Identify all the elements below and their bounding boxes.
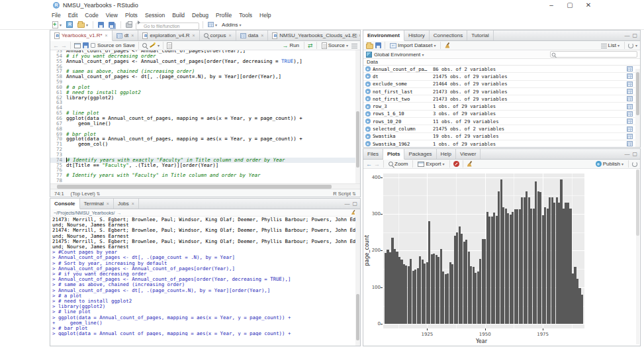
menu-item-session[interactable]: Session	[145, 12, 165, 19]
tab-data[interactable]: data×	[236, 30, 269, 40]
previous-plot-icon[interactable]: ←	[366, 161, 372, 168]
open-in-window-icon[interactable]	[74, 43, 81, 48]
view-table-icon[interactable]	[627, 74, 633, 79]
menu-item-view[interactable]: View	[106, 12, 118, 19]
menu-item-edit[interactable]: Edit	[68, 12, 78, 19]
tab-help[interactable]: Help	[437, 149, 456, 159]
expand-object-icon[interactable]: ▸	[365, 104, 371, 109]
environment-object-row[interactable]: ▸Swastika19 obs. of 29 variables	[363, 133, 640, 140]
scope-selector[interactable]: (Top Level) ⇅	[71, 191, 101, 197]
new-project-button[interactable]	[65, 21, 74, 29]
plots-vertical-scrollbar[interactable]	[636, 170, 639, 344]
close-tab-icon[interactable]: ×	[105, 33, 108, 38]
next-plot-icon[interactable]: →	[374, 161, 380, 168]
document-outline-icon[interactable]	[351, 44, 357, 49]
goto-directory-icon[interactable]: →	[117, 211, 122, 215]
tab-console[interactable]: Console	[50, 199, 80, 209]
close-tab-icon[interactable]: ×	[229, 33, 232, 38]
pane-maximize-icon[interactable]: ▢	[352, 201, 357, 207]
expand-object-icon[interactable]: ▸	[365, 81, 371, 87]
tab-connections[interactable]: Connections	[430, 30, 467, 40]
clear-plots-icon[interactable]	[467, 161, 473, 168]
tab-packages[interactable]: Packages	[404, 149, 436, 159]
tab-plots[interactable]: Plots	[383, 149, 405, 160]
view-table-icon[interactable]	[627, 141, 633, 146]
close-tab-icon[interactable]: ×	[192, 33, 195, 38]
refresh-plot-icon[interactable]	[632, 162, 637, 167]
environment-object-row[interactable]: ▸row_31 obs. of 29 variables	[363, 103, 640, 110]
environment-object-row[interactable]: ▸rows_10_2011 obs. of 29 variables	[363, 118, 640, 125]
tab-jobs[interactable]: Jobs×	[114, 199, 139, 209]
tab-environment[interactable]: Environment	[363, 30, 404, 41]
view-table-icon[interactable]	[627, 111, 633, 117]
environment-object-row[interactable]: ▸not_first_two21473 obs. of 29 variables	[363, 95, 640, 103]
open-file-button[interactable]: ▾	[76, 21, 89, 29]
menu-item-profile[interactable]: Profile	[216, 12, 232, 19]
scrollbar-thumb[interactable]	[636, 72, 639, 115]
view-table-icon[interactable]	[627, 119, 633, 124]
forward-icon[interactable]: →	[61, 42, 67, 49]
back-icon[interactable]: ←	[53, 42, 59, 49]
view-table-icon[interactable]	[627, 96, 633, 101]
menu-item-file[interactable]: File	[52, 12, 61, 19]
source-button[interactable]: Source▾	[320, 41, 349, 50]
new-file-button[interactable]: ▾	[51, 21, 63, 29]
expand-object-icon[interactable]: ▸	[365, 126, 371, 132]
compile-report-icon[interactable]	[167, 42, 172, 49]
editor-horizontal-scrollbar[interactable]	[50, 183, 360, 189]
pane-minimize-icon[interactable]: —	[344, 32, 349, 38]
save-all-button[interactable]	[107, 21, 117, 29]
refresh-icon[interactable]	[628, 43, 633, 48]
environment-vertical-scrollbar[interactable]	[635, 69, 640, 147]
maximize-button[interactable]: ▢	[563, 1, 577, 10]
addins-button[interactable]: Addins▾	[220, 21, 242, 29]
close-button[interactable]: ✕	[581, 1, 596, 10]
tab-viewer[interactable]: Viewer	[456, 149, 481, 159]
view-table-icon[interactable]	[627, 134, 633, 139]
view-table-icon[interactable]	[627, 89, 633, 94]
editor-vertical-scrollbar[interactable]	[355, 50, 360, 183]
import-dataset-button[interactable]: Import Dataset▾	[389, 41, 437, 50]
menu-item-plots[interactable]: Plots	[125, 12, 138, 19]
save-icon[interactable]	[83, 42, 89, 48]
menu-item-debug[interactable]: Debug	[192, 12, 208, 19]
pane-minimize-icon[interactable]: —	[344, 201, 349, 207]
tab-files[interactable]: Files	[363, 149, 383, 159]
pane-maximize-icon[interactable]: ▢	[632, 151, 637, 157]
pane-maximize-icon[interactable]: ▢	[632, 32, 637, 38]
tab-terminal[interactable]: Terminal×	[80, 199, 114, 209]
save-workspace-icon[interactable]	[375, 42, 381, 48]
menu-item-tools[interactable]: Tools	[239, 12, 252, 19]
view-table-icon[interactable]	[627, 81, 633, 87]
view-table-icon[interactable]	[627, 104, 633, 109]
expand-object-icon[interactable]: ▸	[365, 134, 371, 139]
environment-object-row[interactable]: ▸exclude_some21464 obs. of 29 variables	[363, 81, 640, 88]
expand-object-icon[interactable]: ▸	[365, 96, 371, 101]
tab-yearbooks-v1[interactable]: Yearbooks_v1.R*×	[50, 30, 113, 41]
menu-item-code[interactable]: Code	[85, 12, 98, 19]
tab-history[interactable]: History	[404, 30, 430, 40]
rerun-icon[interactable]: ⇄	[308, 42, 313, 49]
close-tab-icon[interactable]: ×	[131, 33, 134, 38]
expand-object-icon[interactable]: ▸	[365, 74, 371, 79]
minimize-button[interactable]: –	[544, 1, 559, 10]
pane-minimize-icon[interactable]: —	[624, 32, 629, 38]
tab-corpus[interactable]: corpus×	[200, 30, 236, 40]
console-vertical-scrollbar[interactable]	[355, 209, 360, 346]
export-button[interactable]: Export▾	[416, 160, 445, 168]
tab-dt[interactable]: dt×	[113, 30, 139, 40]
expand-object-icon[interactable]: ▸	[365, 119, 371, 124]
scrollbar-thumb[interactable]	[356, 111, 359, 167]
zoom-plot-button[interactable]: Zoom	[387, 160, 409, 168]
expand-object-icon[interactable]: ▸	[365, 111, 371, 117]
run-button[interactable]: →Run	[281, 41, 300, 50]
file-type-selector[interactable]: R Script ⇅	[333, 191, 356, 197]
expand-object-icon[interactable]: ▸	[365, 89, 371, 94]
environment-object-row[interactable]: ▸selected_column21475 obs. of 2 variable…	[363, 125, 640, 132]
pane-layout-button[interactable]: ▾	[207, 21, 218, 29]
view-table-icon[interactable]	[627, 126, 633, 132]
close-tab-icon[interactable]: ×	[261, 33, 263, 38]
menu-item-help[interactable]: Help	[259, 12, 271, 19]
scrollbar-thumb[interactable]	[57, 185, 332, 189]
console-output[interactable]: 21473: Merrill, S. Egbert; Brownlee, Pau…	[50, 217, 360, 336]
